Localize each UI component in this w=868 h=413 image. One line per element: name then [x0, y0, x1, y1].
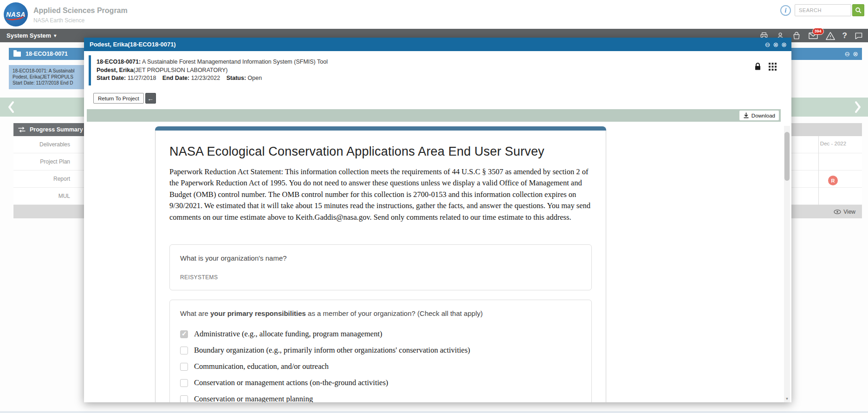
download-button[interactable]: Download — [739, 111, 779, 120]
option-row: Communication, education, and/or outreac… — [180, 362, 581, 371]
return-to-project-button[interactable]: Return To Project ← — [93, 93, 156, 104]
download-label: Download — [751, 113, 775, 118]
question-1-answer: REISYSTEMS — [180, 274, 581, 281]
system-menu[interactable]: System System ▾ — [6, 29, 56, 42]
option-row: Conservation or management planning — [180, 394, 581, 402]
lock-icon[interactable] — [754, 62, 761, 71]
minimize-icon[interactable]: ⊖ — [765, 41, 771, 48]
status-label: Status: — [227, 75, 246, 81]
status-value: Open — [248, 75, 262, 81]
project-info-line3: Start Date: 11/27/2018 End Date: 12/23/2… — [97, 74, 776, 83]
option-row: Conservation or management actions (on-t… — [180, 378, 581, 387]
grid-column-divider — [818, 136, 819, 205]
scroll-down-icon[interactable]: ▼ — [784, 395, 790, 402]
carousel-right-icon[interactable] — [854, 101, 862, 115]
view-label: View — [843, 209, 855, 215]
report-status-badge[interactable]: R — [828, 176, 838, 185]
grid-icon[interactable] — [769, 63, 777, 71]
search-input[interactable] — [795, 4, 851, 16]
project-pi-label: Podest, Erika — [97, 67, 133, 73]
survey-intro: Paperwork Reduction Act Statement: This … — [169, 166, 592, 223]
app-title: Applied Sciences Program — [33, 7, 128, 15]
close-tab-icon[interactable]: ⊗ — [853, 50, 858, 58]
project-item-line1: 18-ECO18-0071: A Sustainabl — [13, 68, 81, 74]
survey-header-strip — [155, 126, 606, 131]
question-2-text: What are your primary responsibilities a… — [180, 309, 581, 317]
project-info-line2: Podest, Erika(JET PROPULSION LABORATORY) — [97, 66, 776, 75]
project-id-text: A Sustainable Forest Managementand Infor… — [142, 59, 328, 65]
row-label: Report — [13, 176, 70, 182]
close-icon[interactable]: ⊗ — [781, 41, 787, 48]
row-label: Project Plan — [13, 158, 70, 165]
nasa-logo-text: NASA — [6, 11, 26, 18]
checkbox[interactable] — [180, 379, 188, 387]
start-date-label: Start Date: — [97, 75, 126, 81]
question-2-post: as a member of your organization? (Check… — [306, 309, 483, 317]
survey-toolbar: Download — [87, 109, 781, 122]
month-column-header: Dec - 2022 — [801, 141, 866, 146]
question-card-1: What is your organization's name? REISYS… — [169, 244, 592, 290]
scrollbar-thumb[interactable] — [784, 132, 790, 181]
mail-badge: 394 — [812, 28, 824, 35]
option-label: Conservation or management actions (on-t… — [194, 378, 388, 387]
project-info-box: 18-ECO18-0071: A Sustainable Forest Mana… — [89, 55, 781, 85]
download-icon — [743, 112, 749, 118]
nasa-logo: NASA — [4, 2, 28, 26]
help-icon[interactable]: ? — [842, 31, 847, 40]
page-bottom-edge — [0, 411, 868, 413]
alert-icon[interactable] — [825, 31, 836, 40]
progress-summary-title: Progress Summary — [30, 126, 83, 133]
info-icon[interactable]: i — [780, 5, 791, 16]
chat-icon[interactable] — [854, 31, 863, 40]
eye-icon — [834, 210, 841, 214]
back-arrow-icon: ← — [145, 93, 156, 104]
top-header: NASA Applied Sciences Program NASA Earth… — [0, 0, 868, 29]
end-date-value: 12/23/2022 — [191, 75, 220, 81]
modal-title: Podest, Erika(18-ECO18-0071) — [90, 41, 176, 48]
option-row: Administrative (e.g., allocate funding, … — [180, 329, 581, 339]
checkbox[interactable] — [180, 395, 188, 402]
app-subtitle: NASA Earth Science — [33, 17, 84, 24]
chevron-down-icon: ▾ — [54, 33, 56, 38]
row-label: Deliverables — [13, 141, 70, 148]
row-label: MUL — [13, 193, 70, 199]
checkbox[interactable] — [180, 363, 188, 371]
search-button[interactable] — [852, 4, 864, 16]
survey-title: NASA Ecological Conservation Application… — [169, 144, 592, 159]
project-pi-text: (JET PROPULSION LABORATORY) — [133, 67, 227, 73]
question-1-text: What is your organization's name? — [180, 254, 581, 262]
question-2-bold: your primary responsibilities — [210, 309, 306, 317]
modal-scrollbar[interactable]: ▼ — [784, 126, 790, 402]
collapse-icon[interactable]: ⊖ — [845, 50, 850, 58]
question-2-pre: What are — [180, 309, 210, 317]
option-label: Conservation or management planning — [194, 394, 313, 402]
folder-icon — [13, 52, 21, 57]
app-root: NASA Applied Sciences Program NASA Earth… — [0, 0, 868, 413]
survey-modal: Podest, Erika(18-ECO18-0071) ⊖ ⊗ ⊗ 18-EC… — [84, 38, 791, 402]
carousel-left-icon[interactable] — [7, 101, 15, 115]
project-list-item[interactable]: 18-ECO18-0071: A Sustainabl Podest, Erik… — [9, 65, 84, 89]
checkbox-checked[interactable] — [180, 330, 188, 338]
modal-window-icons: ⊖ ⊗ ⊗ — [765, 41, 787, 48]
tab-window-icons: ⊖ ⊗ — [845, 50, 858, 58]
survey-body: NASA Ecological Conservation Application… — [155, 131, 606, 402]
view-button[interactable]: View — [834, 205, 855, 218]
start-date-value: 11/27/2018 — [128, 75, 156, 81]
project-tab-title: 18-ECO18-0071 — [26, 51, 68, 57]
question-card-2: What are your primary responsibilities a… — [169, 300, 592, 402]
project-item-line3: Start Date: 11/27/2018 End D — [13, 80, 81, 86]
option-label: Administrative (e.g., allocate funding, … — [194, 329, 382, 339]
modal-titlebar[interactable]: Podest, Erika(18-ECO18-0071) ⊖ ⊗ ⊗ — [84, 38, 791, 51]
search-icon — [855, 7, 862, 14]
bag-icon[interactable] — [792, 31, 801, 40]
project-id-label: 18-ECO18-0071: — [97, 59, 141, 65]
option-row: Boundary organization (e.g., primarily i… — [180, 346, 581, 355]
mail-icon[interactable]: 394 — [808, 32, 818, 40]
survey-document: NASA Ecological Conservation Application… — [155, 126, 606, 402]
checkbox[interactable] — [180, 347, 188, 354]
restore-icon[interactable]: ⊗ — [773, 41, 779, 48]
project-item-line2: Podest, Erika(JET PROPULS — [13, 74, 81, 80]
option-label: Communication, education, and/or outreac… — [194, 362, 329, 371]
progress-icon — [18, 127, 26, 132]
project-action-icons — [754, 62, 777, 71]
